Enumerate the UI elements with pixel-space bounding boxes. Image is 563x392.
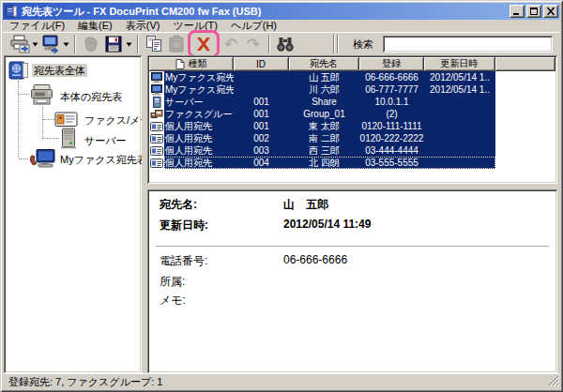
- address-list: 種類ID宛先名登録更新日時Myファクス宛先表山 五郎06-666-6666201…: [147, 55, 557, 184]
- dropdown-caret-icon[interactable]: [125, 33, 133, 55]
- menu-bar: ファイル(F)編集(E)表示(V)ツール(T)ヘルプ(H): [3, 20, 560, 32]
- save-icon: [102, 33, 125, 55]
- paste-icon: [165, 33, 188, 55]
- transfer-button[interactable]: [80, 33, 102, 55]
- table-row[interactable]: ファクスグループ001Group_01(2): [149, 108, 555, 120]
- menu-tools[interactable]: ツール(T): [166, 20, 224, 32]
- cell-updated: [424, 144, 495, 157]
- cell-name: Group_01: [289, 108, 359, 120]
- detail-field-label: 宛先名:: [160, 197, 197, 213]
- cell-registration: 03-444-4444: [359, 144, 424, 157]
- personal-row-icon: [149, 120, 164, 132]
- menu-help[interactable]: ヘルプ(H): [224, 20, 283, 32]
- detail-divider: [156, 246, 549, 247]
- cell-updated: [424, 132, 495, 144]
- tree-connector: [43, 119, 54, 120]
- tree-connector: [43, 138, 59, 139]
- server-icon[interactable]: [59, 128, 78, 153]
- column-header-name[interactable]: 宛先名: [289, 57, 359, 71]
- table-row[interactable]: 個人用宛先001東 太郎0120-111-1111: [149, 120, 555, 132]
- cell-registration: 0120-111-1111: [359, 120, 424, 132]
- maximize-button[interactable]: [526, 5, 541, 18]
- cell-registration: 03-555-5555: [359, 157, 424, 169]
- personal-row-icon: [149, 157, 164, 169]
- table-row[interactable]: 個人用宛先004北 四朗03-555-5555: [149, 157, 555, 169]
- printer-import-icon: [8, 33, 31, 55]
- tree-item-server[interactable]: サーバー: [83, 134, 129, 147]
- cell-type: Myファクス宛先表: [164, 83, 234, 96]
- table-row[interactable]: Myファクス宛先表川 六郎06-777-77772012/05/14 1..: [149, 83, 555, 96]
- cell-updated: 2012/05/14 1..: [424, 71, 495, 83]
- toolbar: ↶↷検索: [3, 32, 560, 55]
- cell-id: 001: [234, 108, 289, 120]
- window-title: 宛先表ツール - FX DocuPrint CM200 fw Fax (USB): [22, 5, 508, 19]
- app-window: 宛先表ツール - FX DocuPrint CM200 fw Fax (USB)…: [0, 0, 563, 392]
- copy-icon: [143, 33, 165, 55]
- binoculars-icon: [274, 33, 297, 55]
- mfp-printer-icon[interactable]: [29, 83, 55, 110]
- column-header-filler: [495, 57, 555, 71]
- close-button[interactable]: [543, 5, 558, 18]
- dropdown-caret-icon[interactable]: [62, 33, 70, 55]
- cell-type: 個人用宛先: [164, 157, 234, 169]
- save-button[interactable]: [102, 33, 133, 55]
- find-button[interactable]: [274, 33, 297, 55]
- import-myfax-button[interactable]: [39, 33, 70, 55]
- cell-id: [234, 71, 289, 83]
- toolbar-separator: [268, 35, 270, 53]
- cell-registration: 0120-222-2222: [359, 132, 424, 144]
- status-bar: 登録宛先: 7, ファクスグループ: 1: [3, 373, 560, 389]
- paste-button[interactable]: [165, 33, 188, 55]
- table-row[interactable]: サーバー001Share10.0.1.1: [149, 96, 555, 108]
- detail-field-label: 所属:: [160, 274, 185, 290]
- detail-field-value: 2012/05/14 11:49: [283, 218, 371, 231]
- resize-grip-icon[interactable]: [547, 374, 559, 388]
- personal-row-icon: [149, 132, 164, 144]
- column-header-registration[interactable]: 登録: [359, 57, 424, 71]
- cell-updated: 2012/05/14 1..: [424, 83, 495, 96]
- menu-edit[interactable]: 編集(E): [71, 20, 119, 32]
- cell-registration: 06-666-6666: [359, 71, 424, 83]
- cell-name: 川 六郎: [289, 83, 359, 96]
- toolbar-separator: [137, 35, 139, 53]
- menu-file[interactable]: ファイル(F): [3, 20, 71, 32]
- undo-icon: ↶: [220, 33, 242, 55]
- hand-icon: [80, 33, 102, 55]
- tree-item-address-book-all[interactable]: 宛先表全体: [32, 64, 87, 77]
- tree-connector: [19, 158, 28, 159]
- redo-icon: ↷: [242, 33, 265, 55]
- table-row[interactable]: 個人用宛先002南 二郎0120-222-2222: [149, 132, 555, 144]
- column-header-type[interactable]: 種類: [149, 57, 234, 71]
- tree-connector: [42, 107, 43, 139]
- tree-item-fax-mail[interactable]: ファクス/メール: [83, 113, 142, 127]
- table-row[interactable]: 個人用宛先003西 三郎03-444-4444: [149, 144, 555, 157]
- detail-field-label: メモ:: [160, 293, 186, 309]
- redo-button[interactable]: ↷: [242, 33, 265, 55]
- group-row-icon: [149, 108, 164, 120]
- title-bar[interactable]: 宛先表ツール - FX DocuPrint CM200 fw Fax (USB): [3, 3, 560, 20]
- search-input[interactable]: [383, 36, 553, 53]
- table-row[interactable]: Myファクス宛先表山 五郎06-666-66662012/05/14 1..: [149, 71, 555, 83]
- dropdown-caret-icon[interactable]: [31, 33, 39, 55]
- column-header-id[interactable]: ID: [234, 57, 289, 71]
- cell-name: 東 太郎: [289, 120, 359, 132]
- tree-item-myfax-address-book[interactable]: Myファクス宛先表: [58, 153, 142, 166]
- cell-type: 個人用宛先: [164, 132, 234, 144]
- copy-button[interactable]: [143, 33, 165, 55]
- cell-type: サーバー: [164, 96, 234, 108]
- address-book-icon[interactable]: [8, 61, 30, 83]
- delete-button[interactable]: [192, 33, 215, 55]
- cell-updated: [424, 157, 495, 169]
- cell-name: 山 五郎: [289, 71, 359, 83]
- tree-item-device-address-book[interactable]: 本体の宛先表: [58, 90, 124, 103]
- import-device-button[interactable]: [8, 33, 39, 55]
- detail-field-label: 電話番号:: [160, 253, 207, 269]
- cell-name: Share: [289, 96, 359, 108]
- myfax-computer-icon[interactable]: [28, 149, 57, 172]
- minimize-button[interactable]: [510, 5, 525, 18]
- address-book-tree: 宛先表全体本体の宛先表ファクス/メールサーバーMyファクス宛先表: [4, 55, 142, 373]
- undo-button[interactable]: ↶: [220, 33, 242, 55]
- cell-id: [234, 83, 289, 96]
- column-header-updated[interactable]: 更新日時: [424, 57, 495, 71]
- menu-view[interactable]: 表示(V): [119, 20, 167, 32]
